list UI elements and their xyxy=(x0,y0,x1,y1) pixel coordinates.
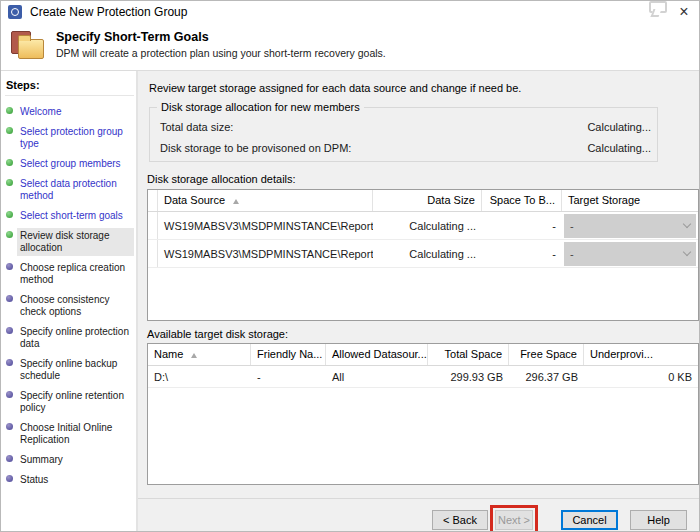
table-row[interactable]: WS19MABSV3\MSDPMINSTANCE\ReportServe... … xyxy=(148,240,698,268)
wizard-header: Specify Short-Term Goals DPM will create… xyxy=(1,23,699,71)
sidebar-item-online-retention-policy[interactable]: Specify online retention policy xyxy=(5,388,134,416)
create-protection-group-dialog: Create New Protection Group × Specify Sh… xyxy=(0,0,700,532)
total-space-cell: 299.93 GB xyxy=(428,371,509,383)
sidebar-item-short-term-goals[interactable]: Select short-term goals xyxy=(5,208,134,224)
step-upcoming-icon xyxy=(6,475,13,482)
provisioned-storage-label: Disk storage to be provisoned on DPM: xyxy=(160,142,351,154)
chevron-down-icon xyxy=(683,220,691,228)
sidebar-item-online-backup-schedule[interactable]: Specify online backup schedule xyxy=(5,356,134,384)
column-header-free-space[interactable]: Free Space xyxy=(509,344,584,365)
callout-bubble-icon xyxy=(649,1,667,13)
sidebar-item-welcome[interactable]: Welcome xyxy=(5,104,134,120)
column-header-allowed-datasources[interactable]: Allowed Datasour... xyxy=(326,344,428,365)
available-storage-label: Available target disk storage: xyxy=(147,328,288,340)
column-header-data-source[interactable]: Data Source xyxy=(158,190,373,211)
close-icon[interactable]: × xyxy=(673,2,695,22)
data-size-cell: Calculating ... xyxy=(373,248,482,260)
sidebar-item-replica-creation[interactable]: Choose replica creation method xyxy=(5,260,134,288)
main-content: Review target storage assigned for each … xyxy=(138,71,699,498)
column-header-underprovisioned[interactable]: Underprovi... xyxy=(584,344,698,365)
column-header-name[interactable]: Name xyxy=(148,344,251,365)
table-row[interactable]: WS19MABSV3\MSDPMINSTANCE\ReportServe... … xyxy=(148,212,698,240)
page-description: DPM will create a protection plan using … xyxy=(56,47,386,59)
available-target-disk-storage-table: Name Friendly Na... Allowed Datasour... … xyxy=(147,343,699,485)
sidebar-item-review-disk-storage[interactable]: Review disk storage allocation xyxy=(5,228,134,256)
back-button[interactable]: < Back xyxy=(432,510,488,530)
step-upcoming-icon xyxy=(6,263,13,270)
step-upcoming-icon xyxy=(6,391,13,398)
friendly-name-cell: - xyxy=(251,371,326,383)
intro-text: Review target storage assigned for each … xyxy=(149,82,521,94)
cancel-button[interactable]: Cancel xyxy=(561,510,618,530)
step-completed-icon xyxy=(6,127,13,134)
allocation-groupbox: Disk storage allocation for new members … xyxy=(149,107,658,162)
allowed-datasources-cell: All xyxy=(326,371,428,383)
step-completed-icon xyxy=(6,211,13,218)
step-completed-icon xyxy=(6,107,13,114)
sort-ascending-icon xyxy=(233,199,239,204)
space-to-be-cell: - xyxy=(482,220,562,232)
target-storage-cell: - xyxy=(562,214,698,238)
steps-heading: Steps: xyxy=(5,77,134,96)
protection-group-folder-icon xyxy=(11,30,47,62)
next-button[interactable]: Next > xyxy=(495,510,533,530)
sidebar-item-online-protection-data[interactable]: Specify online protection data xyxy=(5,324,134,352)
provisioned-storage-value: Calculating... xyxy=(587,142,651,154)
step-completed-icon xyxy=(6,179,13,186)
target-storage-dropdown[interactable]: - xyxy=(564,214,696,238)
step-upcoming-icon xyxy=(6,327,13,334)
data-source-cell: WS19MABSV3\MSDPMINSTANCE\ReportServe... xyxy=(158,220,373,232)
chevron-down-icon xyxy=(683,248,691,256)
column-header-friendly-name[interactable]: Friendly Na... xyxy=(251,344,326,365)
sidebar-item-status[interactable]: Status xyxy=(5,472,134,488)
space-to-be-cell: - xyxy=(482,248,562,260)
sidebar-item-initial-online-replication[interactable]: Choose Initial Online Replication xyxy=(5,420,134,448)
step-upcoming-icon xyxy=(6,423,13,430)
underprovisioned-cell: 0 KB xyxy=(584,371,698,383)
title-bar: Create New Protection Group × xyxy=(1,1,699,23)
column-header-total-space[interactable]: Total Space xyxy=(428,344,509,365)
sidebar-item-data-protection-method[interactable]: Select data protection method xyxy=(5,176,134,204)
step-upcoming-icon xyxy=(6,455,13,462)
sort-ascending-icon xyxy=(191,353,197,358)
step-current-icon xyxy=(6,231,13,238)
volume-name-cell: D:\ xyxy=(148,371,251,383)
total-data-size-label: Total data size: xyxy=(160,121,233,133)
red-highlight-annotation: Next > xyxy=(490,505,538,532)
target-storage-dropdown[interactable]: - xyxy=(564,242,696,266)
step-upcoming-icon xyxy=(6,295,13,302)
step-completed-icon xyxy=(6,159,13,166)
data-source-cell: WS19MABSV3\MSDPMINSTANCE\ReportServe... xyxy=(158,248,373,260)
row-selector-column xyxy=(148,190,158,211)
column-header-data-size[interactable]: Data Size xyxy=(373,190,482,211)
dpm-app-icon xyxy=(8,5,22,19)
target-storage-cell: - xyxy=(562,242,698,266)
disk-allocation-details-table: Data Source Data Size Space To B... Targ… xyxy=(147,189,699,321)
total-data-size-value: Calculating... xyxy=(587,121,651,133)
free-space-cell: 296.37 GB xyxy=(509,371,584,383)
window-title: Create New Protection Group xyxy=(30,5,187,19)
column-header-target-storage[interactable]: Target Storage xyxy=(562,190,698,211)
details-table-label: Disk storage allocation details: xyxy=(147,173,296,185)
allocation-groupbox-title: Disk storage allocation for new members xyxy=(157,101,364,113)
sidebar-item-summary[interactable]: Summary xyxy=(5,452,134,468)
table-row[interactable]: D:\ - All 299.93 GB 296.37 GB 0 KB xyxy=(148,366,698,388)
sidebar-item-protection-group-type[interactable]: Select protection group type xyxy=(5,124,134,152)
step-upcoming-icon xyxy=(6,359,13,366)
button-bar: < Back Next > Cancel Help xyxy=(138,498,699,532)
sidebar-item-group-members[interactable]: Select group members xyxy=(5,156,134,172)
steps-sidebar: Steps: Welcome Select protection group t… xyxy=(1,71,138,532)
help-button[interactable]: Help xyxy=(630,510,687,530)
sidebar-item-consistency-check[interactable]: Choose consistency check options xyxy=(5,292,134,320)
page-title: Specify Short-Term Goals xyxy=(56,30,209,44)
column-header-space-to-be[interactable]: Space To B... xyxy=(482,190,562,211)
data-size-cell: Calculating ... xyxy=(373,220,482,232)
